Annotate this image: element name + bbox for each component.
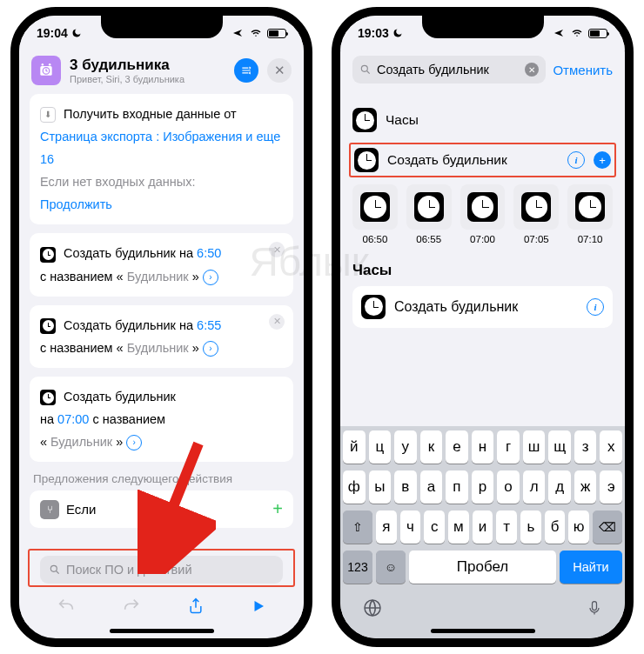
key-л[interactable]: л [523, 470, 546, 504]
input-prefix: Получить входные данные от [64, 107, 237, 121]
key-м[interactable]: м [448, 511, 469, 544]
share-button[interactable] [187, 597, 205, 616]
phone-right: 19:03 Создать будильник ✕ Отменить Часы … [332, 7, 634, 647]
key-у[interactable]: у [394, 430, 417, 464]
key-д[interactable]: д [548, 470, 571, 504]
results-section: Часы Создать будильник i + 06:50 06:55 0… [340, 89, 625, 333]
key-б[interactable]: б [545, 511, 566, 544]
search-value: Создать будильник [377, 63, 489, 77]
clock-app-icon [361, 295, 386, 319]
input-action-card[interactable]: ⬇ Получить входные данные от Страница эк… [30, 94, 293, 224]
key-щ[interactable]: щ [548, 430, 571, 464]
wifi-icon [249, 28, 263, 38]
clear-search-button[interactable]: ✕ [525, 63, 539, 77]
shortcut-app-icon [31, 56, 61, 85]
key-ч[interactable]: ч [400, 511, 421, 544]
backspace-key[interactable]: ⌫ [593, 511, 622, 544]
bottom-toolbar [19, 587, 304, 625]
close-button[interactable]: ✕ [267, 58, 292, 83]
alarm-time[interactable]: 6:50 [197, 246, 221, 260]
alarm-name[interactable]: Будильник [127, 270, 189, 284]
svg-point-5 [361, 65, 367, 71]
search-input[interactable]: Поиск ПО и действий [40, 556, 283, 584]
remove-action-button[interactable]: ✕ [269, 314, 285, 330]
section-title: Часы [352, 262, 613, 279]
find-key[interactable]: Найти [560, 551, 622, 584]
alarm-name[interactable]: Будильник [127, 341, 189, 355]
airplane-icon [552, 28, 566, 38]
app-row[interactable]: Часы [352, 101, 613, 139]
mic-key[interactable] [586, 597, 603, 618]
emoji-key[interactable]: ☺ [376, 551, 406, 584]
alarm-thumb[interactable]: 07:00 [460, 184, 506, 244]
key-ь[interactable]: ь [520, 511, 541, 544]
alarm-time[interactable]: 07:00 [57, 412, 89, 426]
key-й[interactable]: й [343, 430, 366, 464]
alarm-action-card-2[interactable]: Создать будильник на 07:00 с названием «… [30, 377, 293, 462]
info-button[interactable]: i [587, 298, 604, 316]
expand-button[interactable]: › [203, 341, 218, 357]
cancel-button[interactable]: Отменить [553, 63, 613, 77]
action-card[interactable]: Создать будильник i [352, 286, 613, 328]
key-е[interactable]: е [446, 430, 468, 464]
expand-button[interactable]: › [126, 435, 142, 450]
alarm-thumb[interactable]: 07:05 [513, 184, 559, 244]
key-р[interactable]: р [472, 470, 494, 504]
search-field[interactable]: Создать будильник ✕ [352, 56, 546, 83]
key-ф[interactable]: ф [343, 470, 366, 504]
space-key[interactable]: Пробел [409, 551, 556, 584]
home-indicator[interactable] [110, 629, 214, 633]
alarm-time[interactable]: 6:55 [197, 318, 221, 332]
home-indicator[interactable] [431, 629, 535, 633]
key-и[interactable]: и [473, 511, 493, 544]
key-с[interactable]: с [424, 511, 445, 544]
redo-button[interactable] [122, 597, 141, 616]
expand-button[interactable]: › [203, 270, 218, 285]
no-input-label: Если нет входных данных: [40, 175, 196, 189]
key-н[interactable]: н [472, 430, 494, 464]
add-action-button[interactable]: + [594, 151, 611, 169]
key-ш[interactable]: ш [523, 430, 546, 464]
run-button[interactable] [251, 598, 266, 614]
key-э[interactable]: э [600, 470, 622, 504]
numbers-key[interactable]: 123 [343, 551, 372, 584]
input-fallback[interactable]: Продолжить [40, 197, 112, 211]
globe-key[interactable] [362, 597, 383, 618]
info-button[interactable]: i [567, 151, 585, 169]
settings-button[interactable] [234, 58, 258, 83]
branch-icon: ⑂ [40, 500, 59, 519]
alarm-thumb[interactable]: 06:50 [352, 184, 398, 244]
key-ц[interactable]: ц [369, 430, 392, 464]
key-а[interactable]: а [420, 470, 443, 504]
battery-icon [267, 29, 286, 38]
alarm-name[interactable]: Будильник [50, 435, 112, 449]
shortcut-subtitle: Привет, Siri, 3 будильника [70, 74, 225, 84]
key-к[interactable]: к [420, 430, 443, 464]
key-я[interactable]: я [376, 511, 397, 544]
alarm-thumb[interactable]: 06:55 [406, 184, 452, 244]
key-г[interactable]: г [497, 430, 520, 464]
key-т[interactable]: т [496, 511, 517, 544]
add-suggestion-button[interactable]: + [272, 499, 283, 519]
key-ю[interactable]: ю [568, 511, 589, 544]
key-в[interactable]: в [394, 470, 417, 504]
action-list: ⬇ Получить входные данные от Страница эк… [19, 94, 304, 545]
dnd-moon-icon [392, 28, 403, 38]
shift-key[interactable]: ⇧ [343, 511, 372, 544]
key-ж[interactable]: ж [574, 470, 597, 504]
undo-button[interactable] [57, 597, 76, 616]
key-з[interactable]: з [574, 430, 597, 464]
notch [422, 16, 544, 38]
alarm-action-card-0[interactable]: ✕ Создать будильник на 6:50 с названием … [30, 233, 293, 296]
alarm-action-card-1[interactable]: ✕ Создать будильник на 6:55 с названием … [30, 305, 293, 368]
suggestion-item[interactable]: ⑂ Если + [30, 490, 293, 528]
action-row-highlighted[interactable]: Создать будильник i + [349, 143, 616, 177]
key-ы[interactable]: ы [369, 470, 392, 504]
key-х[interactable]: х [600, 430, 622, 464]
key-п[interactable]: п [446, 470, 468, 504]
remove-action-button[interactable]: ✕ [269, 242, 285, 257]
input-source[interactable]: Страница экспорта [40, 130, 152, 143]
key-о[interactable]: о [497, 470, 520, 504]
clock-icon [40, 247, 56, 263]
alarm-thumb[interactable]: 07:10 [567, 184, 613, 244]
